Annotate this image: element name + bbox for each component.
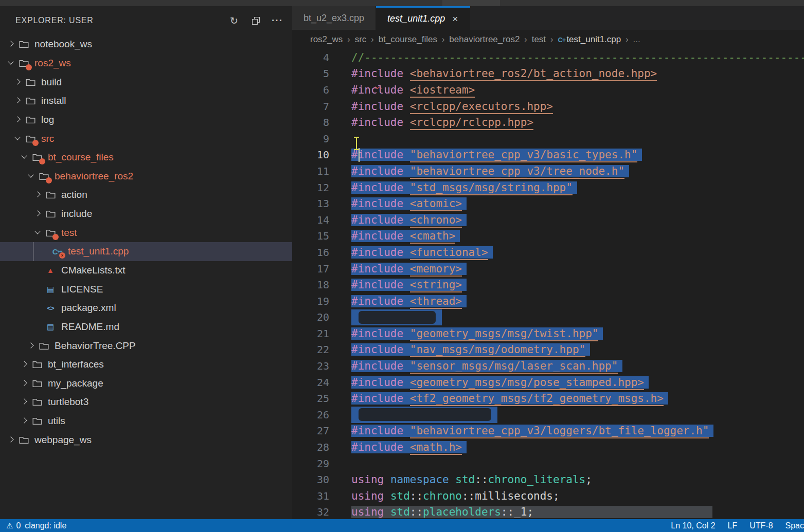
explorer-sidebar: EXPLORER: USER ↻ ··· notebook_wsros2_wsb… bbox=[0, 6, 292, 519]
code-line-32: 32using std::placeholders::_1; bbox=[292, 504, 804, 519]
tree-item-src[interactable]: src bbox=[0, 129, 292, 148]
collapse-folders-icon[interactable] bbox=[249, 14, 262, 27]
breadcrumb-label: ros2_ws bbox=[310, 34, 343, 44]
breadcrumb-separator-icon: › bbox=[550, 35, 553, 44]
line-number: 9 bbox=[292, 133, 329, 145]
tree-item-bt_interfaces[interactable]: bt_interfaces bbox=[0, 355, 292, 374]
tree-item-action[interactable]: action bbox=[0, 186, 292, 205]
code-line-19: 19#include <thread> bbox=[292, 293, 804, 309]
tab-label: test_unit1.cpp bbox=[387, 13, 445, 24]
tree-item-test[interactable]: test bbox=[0, 223, 292, 242]
code-text: using std::placeholders::_1; bbox=[351, 506, 712, 518]
modified-badge bbox=[39, 158, 45, 164]
chevron-right-icon bbox=[20, 398, 31, 406]
code-text: #include "std_msgs/msg/string.hpp" bbox=[351, 181, 577, 194]
more-actions-icon[interactable]: ··· bbox=[271, 14, 284, 27]
folder-icon bbox=[17, 39, 30, 49]
tree-item-build[interactable]: build bbox=[0, 72, 292, 91]
code-line-13: 13#include <atomic> bbox=[292, 195, 804, 212]
breadcrumb-item-behaviortree_ros2[interactable]: behaviortree_ros2 bbox=[449, 34, 520, 45]
tree-item-label: test bbox=[61, 227, 77, 239]
cmake-icon: ▲ bbox=[44, 265, 57, 276]
tree-item-label: test_unit1.cpp bbox=[68, 246, 129, 257]
status-eol-sequence[interactable]: LF bbox=[728, 521, 738, 530]
tree-item-label: bt_course_files bbox=[48, 152, 114, 163]
code-text: #include "behaviortree_cpp_v3/loggers/bt… bbox=[351, 425, 713, 437]
folder-icon bbox=[31, 416, 43, 426]
code-editor[interactable]: 4//-------------------------------------… bbox=[292, 49, 804, 519]
selection-blank bbox=[351, 407, 497, 423]
status-encoding[interactable]: UTF-8 bbox=[749, 521, 773, 530]
breadcrumb-label: behaviortree_ros2 bbox=[449, 34, 520, 44]
chevron-right-icon bbox=[13, 97, 24, 105]
tree-item-include[interactable]: include bbox=[0, 205, 292, 224]
tree-item-install[interactable]: install bbox=[0, 91, 292, 111]
tree-item-test_unit1.cpp[interactable]: C++xtest_unit1.cpp bbox=[0, 242, 292, 261]
tree-item-README.md[interactable]: ▤README.md bbox=[0, 318, 292, 337]
explorer-header: EXPLORER: USER ↻ ··· bbox=[0, 6, 292, 35]
line-number: 28 bbox=[292, 441, 329, 453]
selection-inner-box bbox=[359, 311, 436, 324]
chevron-right-icon bbox=[20, 360, 31, 369]
breadcrumb-label: test_unit1.cpp bbox=[566, 34, 621, 44]
book-icon: ▤ bbox=[44, 284, 57, 295]
tree-item-label: notebook_ws bbox=[34, 39, 92, 50]
status-indentation[interactable]: Spac bbox=[785, 521, 804, 530]
modified-badge bbox=[46, 177, 52, 184]
explorer-title: EXPLORER: USER bbox=[15, 16, 94, 25]
refresh-icon[interactable]: ↻ bbox=[227, 14, 241, 27]
tree-item-utils[interactable]: utils bbox=[0, 412, 292, 431]
tree-item-turtlebot3[interactable]: turtlebot3 bbox=[0, 393, 292, 412]
tree-item-label: install bbox=[41, 95, 66, 106]
tree-item-LICENSE[interactable]: ▤LICENSE bbox=[0, 280, 292, 299]
code-text: using namespace std::chrono_literals; bbox=[351, 473, 592, 486]
status-bar: ⚠0clangd: idle Ln 10, Col 2LFUTF-8Spac bbox=[0, 519, 804, 532]
close-icon[interactable]: × bbox=[451, 13, 459, 25]
tree-item-BehaviorTree.CPP[interactable]: BehaviorTree.CPP bbox=[0, 336, 292, 355]
code-line-26: 26 bbox=[292, 407, 804, 423]
breadcrumb-label: bt_course_files bbox=[379, 34, 437, 44]
tree-item-log[interactable]: log bbox=[0, 111, 292, 130]
code-line-28: 28#include <math.h> bbox=[292, 439, 804, 455]
tree-item-webpage_ws[interactable]: webpage_ws bbox=[0, 430, 292, 449]
status-cursor-position[interactable]: Ln 10, Col 2 bbox=[671, 521, 715, 530]
chevron-down-icon bbox=[13, 135, 24, 143]
indent-guide bbox=[33, 242, 34, 261]
tab-bt_u2_ex3.cpp[interactable]: bt_u2_ex3.cpp bbox=[292, 6, 376, 30]
line-number: 21 bbox=[292, 327, 329, 340]
code-text: #include "behaviortree_cpp_v3/tree_node.… bbox=[351, 165, 629, 177]
breadcrumb-item-src[interactable]: src bbox=[355, 34, 367, 45]
tree-item-bt_course_files[interactable]: bt_course_files bbox=[0, 148, 292, 167]
tree-item-package.xml[interactable]: <>package.xml bbox=[0, 299, 292, 318]
breadcrumb-item-test[interactable]: test bbox=[532, 34, 546, 45]
code-line-27: 27#include "behaviortree_cpp_v3/loggers/… bbox=[292, 423, 804, 439]
chevron-right-icon bbox=[20, 417, 31, 425]
status-warnings[interactable]: ⚠0 bbox=[6, 521, 21, 530]
tree-item-label: CMakeLists.txt bbox=[61, 265, 126, 276]
folder-icon bbox=[24, 77, 37, 87]
tree-item-ros2_ws[interactable]: ros2_ws bbox=[0, 54, 292, 73]
code-text: #include <memory> bbox=[351, 263, 467, 275]
tab-test_unit1.cpp[interactable]: test_unit1.cpp× bbox=[376, 6, 470, 30]
status-right: Ln 10, Col 2LFUTF-8Spac bbox=[671, 521, 804, 530]
tree-item-behaviortree_ros2[interactable]: behaviortree_ros2 bbox=[0, 167, 292, 186]
code-line-16: 16#include <functional> bbox=[292, 244, 804, 261]
explorer-actions: ↻ ··· bbox=[227, 14, 284, 27]
tree-item-my_package[interactable]: my_package bbox=[0, 374, 292, 393]
tree-item-notebook_ws[interactable]: notebook_ws bbox=[0, 35, 292, 54]
code-text: #include <string> bbox=[351, 279, 467, 291]
line-number: 27 bbox=[292, 425, 329, 437]
code-text: #include <behaviortree_ros2/bt_action_no… bbox=[351, 67, 657, 80]
code-text: #include "nav_msgs/msg/odometry.hpp" bbox=[351, 343, 590, 356]
line-number: 22 bbox=[292, 343, 329, 356]
tree-item-CMakeLists.txt[interactable]: ▲CMakeLists.txt bbox=[0, 261, 292, 280]
line-number: 31 bbox=[292, 490, 329, 502]
breadcrumb-item-bt_course_files[interactable]: bt_course_files bbox=[379, 34, 437, 45]
tree-item-label: BehaviorTree.CPP bbox=[55, 340, 136, 352]
code-line-30: 30using namespace std::chrono_literals; bbox=[292, 471, 804, 488]
line-number: 10 bbox=[292, 149, 329, 161]
breadcrumb-item-ros2_ws[interactable]: ros2_ws bbox=[310, 34, 343, 45]
breadcrumb-item-...[interactable]: ... bbox=[633, 34, 640, 45]
status-clangd-status[interactable]: clangd: idle bbox=[25, 521, 66, 530]
breadcrumb-item-test_unit1.cpp[interactable]: C+test_unit1.cpp bbox=[558, 34, 621, 45]
